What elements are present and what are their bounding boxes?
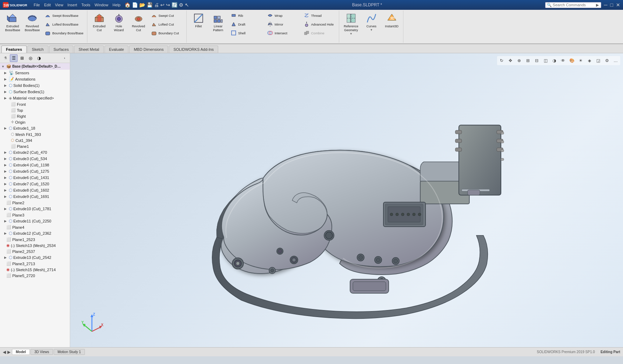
boundary-boss-button[interactable]: Boundary Boss/Base [43,29,85,37]
tree-extrude10[interactable]: ▶ ⬡ Extrude10 (Cut)_1781 [0,206,70,212]
tab-evaluate[interactable]: Evaluate [105,46,129,53]
fillet-button[interactable]: Fillet [189,11,208,36]
save-icon[interactable]: 💾 [147,2,153,8]
tab-sheet-metal[interactable]: Sheet Metal [74,46,104,53]
lofted-cut-button[interactable]: Lofted Cut [149,20,184,28]
mirror-button[interactable]: Mirror [265,20,300,28]
search-box[interactable]: 🔍 ▶ [545,2,601,8]
close-button[interactable]: ✕ [616,2,620,8]
shell-button[interactable]: Shell [229,29,264,37]
tree-sensors[interactable]: ▶ 📡 Sensors [0,70,70,76]
menu-insert[interactable]: Insert [67,3,77,7]
3d-viewport[interactable]: ↻ ✥ ⊕ ⊞ ⊟ ◫ ◑ 👁 🎨 ☀ ◈ ◲ ⚙ … [70,53,623,347]
settings-icon[interactable]: ⚙ [179,2,183,8]
motion-study-tab[interactable]: Motion Study 1 [54,349,85,355]
minimize-button[interactable]: ─ [604,2,608,8]
advanced-hole-button[interactable]: Advanced Hole [302,20,337,28]
tree-plane3-2713[interactable]: ⬜ Plane3_2713 [0,261,70,267]
search-input[interactable] [553,3,595,7]
tree-extrude8[interactable]: ▶ ⬡ Extrude8 (Cut)_1602 [0,187,70,193]
tree-extrude11[interactable]: ▶ ⬡ Extrude11 (Cut)_2250 [0,218,70,224]
revolved-cut-button[interactable]: Revolved Cut [129,11,148,36]
curves-button[interactable]: Curves ▼ [362,11,381,36]
menu-help[interactable]: Help [113,3,121,7]
tree-plane1[interactable]: ⬜ Plane1 [0,143,70,149]
new-icon[interactable]: 📄 [132,2,138,8]
tree-material[interactable]: ▶ ◈ Material <not specified> [0,95,70,101]
boundary-cut-button[interactable]: Boundary Cut [149,29,184,37]
tree-sketch15-mesh[interactable]: ◉ (-) Sketch15 (Mesh)_2714 [0,267,70,273]
tab-sketch[interactable]: Sketch [27,46,48,53]
undo-icon[interactable]: ↩ [160,2,165,8]
extruded-cut-button[interactable]: Extruded Cut [90,11,108,36]
revolved-boss-button[interactable]: Revolved Boss/Base [23,11,41,36]
tree-plane5-2720[interactable]: ⬜ Plane5_2720 [0,273,70,279]
draft-button[interactable]: Draft [229,20,264,28]
search-submit-icon[interactable]: ▶ [596,3,599,7]
thread-button[interactable]: Thread [302,11,337,20]
wrap-button[interactable]: Wrap [265,11,300,20]
tree-mesh-fit[interactable]: ⬡ Mesh Fit1_393 [0,131,70,137]
tree-extrude12[interactable]: ▶ ⬡ Extrude12 (Cut)_2362 [0,230,70,236]
menu-file[interactable]: File [34,3,40,7]
zoom-view-button[interactable]: ⊕ [515,57,523,64]
tree-extrude3[interactable]: ▶ ⬡ Extrude3 (Cut)_534 [0,156,70,162]
tree-extrude9[interactable]: ▶ ⬡ Extrude9 (Cut)_1691 [0,193,70,200]
model-tab[interactable]: Model [12,349,30,355]
realview-button[interactable]: ◈ [585,57,593,64]
target-button[interactable]: ◎ [27,54,34,62]
menu-view[interactable]: View [55,3,63,7]
pan-view-button[interactable]: ✥ [507,57,514,64]
fit-view-button[interactable]: ⊞ [524,57,532,64]
tree-extrude1[interactable]: ▶ ⬡ Extrude1_18 [0,125,70,131]
tree-right[interactable]: ⬜ Right [0,113,70,119]
lofted-boss-button[interactable]: Lofted Boss/Base [43,20,85,28]
tree-origin[interactable]: ✛ Origin [0,119,70,125]
maximize-button[interactable]: □ [610,2,613,8]
prev-view-button[interactable]: ⊟ [533,57,541,64]
home-icon[interactable]: 🏠 [125,2,130,8]
intersect-button[interactable]: Intersect [265,29,300,37]
pie-chart-button[interactable]: ◑ [35,54,43,62]
shadows-button[interactable]: ◲ [594,57,602,64]
scene-button[interactable]: ☀ [577,57,584,64]
rotate-view-button[interactable]: ↻ [498,57,505,64]
tree-plane2[interactable]: ⬜ Plane2 [0,200,70,206]
open-icon[interactable]: 📂 [139,2,145,8]
extruded-boss-button[interactable]: Extruded Boss/Base [4,11,22,36]
3d-views-tab[interactable]: 3D Views [31,349,53,355]
display-style-button[interactable]: ◑ [550,57,558,64]
tree-root[interactable]: ▼ 📦 Base (Default<<Default>_Display Sta.… [0,63,70,70]
linear-pattern-button[interactable]: Linear Pattern [209,11,227,36]
instant3d-button[interactable]: 3D Instant3D [383,11,401,36]
tree-plane2-2537[interactable]: ⬜ Plane2_2537 [0,248,70,254]
tree-extrude2[interactable]: ▶ ⬡ Extrude2 (Cut)_470 [0,149,70,156]
tree-top[interactable]: ⬜ Top [0,107,70,113]
tree-plane3[interactable]: ⬜ Plane3 [0,212,70,218]
sidebar-resize-handle[interactable] [68,53,70,347]
section-view-button[interactable]: ◫ [542,57,549,64]
curves-dropdown[interactable]: ▼ [370,28,373,32]
tree-extrude5[interactable]: ▶ ⬡ Extrude5 (Cut)_1275 [0,168,70,174]
more-tools-button[interactable]: … [612,57,619,64]
tree-cut1[interactable]: ⬡ Cut1_394 [0,137,70,143]
tree-annotations[interactable]: ▶ 📝 Annotations [0,76,70,82]
hide-show-button[interactable]: 👁 [559,57,567,64]
menu-window[interactable]: Window [95,3,108,7]
tree-sketch13-mesh[interactable]: ◉ (-) Sketch13 (Mesh)_2534 [0,242,70,248]
list-view-button[interactable]: ☰ [10,54,18,62]
menu-edit[interactable]: Edit [44,3,51,7]
ref-geom-dropdown[interactable]: ▼ [350,32,353,36]
tab-features[interactable]: Features [1,46,27,53]
tree-solid-bodies[interactable]: ▶ ⬡ Solid Bodies(1) [0,82,70,89]
tree-plane1-2523[interactable]: ⬜ Plane1_2523 [0,236,70,242]
view-settings-button[interactable]: ⚙ [603,57,611,64]
reference-geometry-button[interactable]: Reference Geometry ▼ [342,11,360,37]
tab-surfaces[interactable]: Surfaces [49,46,73,53]
tree-extrude6[interactable]: ▶ ⬡ Extrude6 (Cut)_1431 [0,174,70,181]
rib-button[interactable]: Rib [229,11,264,20]
tree-front[interactable]: ⬜ Front [0,101,70,107]
tree-plane4[interactable]: ⬜ Plane4 [0,224,70,230]
tree-extrude7[interactable]: ▶ ⬡ Extrude7 (Cut)_1520 [0,181,70,187]
menu-tools[interactable]: Tools [81,3,91,7]
